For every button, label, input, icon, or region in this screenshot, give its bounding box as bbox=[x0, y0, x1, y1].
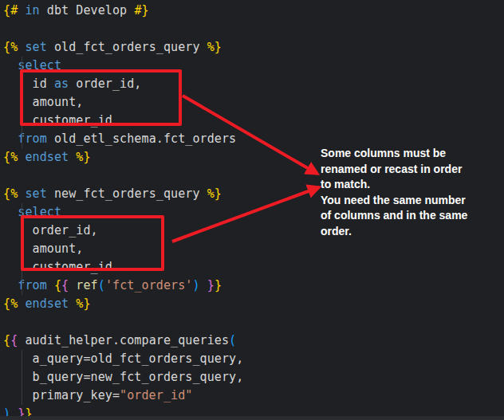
indent-guide bbox=[22, 350, 22, 405]
annotation-text: Some columns must be renamed or recast i… bbox=[321, 146, 500, 239]
code-line[interactable]: amount, bbox=[3, 93, 243, 112]
code-line[interactable]: {# in dbt Develop #} bbox=[3, 2, 243, 20]
code-line[interactable] bbox=[3, 20, 243, 38]
annotation-line: You need the same number bbox=[321, 193, 500, 209]
code-line[interactable]: amount, bbox=[3, 240, 243, 258]
indent-guide bbox=[22, 203, 22, 295]
code-line[interactable] bbox=[3, 167, 243, 185]
code-line[interactable]: select bbox=[3, 57, 243, 75]
indent-guide bbox=[22, 57, 22, 148]
code-line[interactable]: {% endset %} bbox=[3, 295, 243, 313]
annotation-line: Some columns must be bbox=[321, 146, 500, 162]
code-line[interactable]: customer_id bbox=[3, 258, 243, 277]
code-line[interactable]: customer_id bbox=[3, 112, 243, 130]
code-line[interactable]: {{ audit_helper.compare_queries( bbox=[3, 332, 243, 350]
code-line[interactable]: a_query=old_fct_orders_query, bbox=[3, 350, 243, 368]
code-line[interactable]: {% set old_fct_orders_query %} bbox=[3, 38, 243, 57]
horizontal-scrollbar[interactable] bbox=[0, 416, 504, 420]
code-editor[interactable]: {# in dbt Develop #} {% set old_fct_orde… bbox=[3, 2, 243, 420]
code-line[interactable]: b_query=new_fct_orders_query, bbox=[3, 368, 243, 387]
code-line[interactable]: {% endset %} bbox=[3, 148, 243, 167]
code-line[interactable]: primary_key="order_id" bbox=[3, 387, 243, 405]
code-line[interactable]: id as order_id, bbox=[3, 75, 243, 93]
annotation-line: to match. bbox=[321, 177, 500, 193]
code-line[interactable]: {% set new_fct_orders_query %} bbox=[3, 185, 243, 203]
code-line[interactable]: from {{ ref('fct_orders') }} bbox=[3, 277, 243, 295]
dbt-develop-editor: {# in dbt Develop #} {% set old_fct_orde… bbox=[0, 0, 504, 420]
code-line[interactable] bbox=[3, 313, 243, 332]
code-line[interactable]: from old_etl_schema.fct_orders bbox=[3, 130, 243, 148]
annotation-line: order. bbox=[321, 224, 500, 240]
code-line[interactable]: select bbox=[3, 203, 243, 222]
code-line[interactable]: order_id, bbox=[3, 222, 243, 240]
annotation-line: of columns and in the same bbox=[321, 208, 500, 224]
annotation-line: renamed or recast in order bbox=[321, 162, 500, 178]
